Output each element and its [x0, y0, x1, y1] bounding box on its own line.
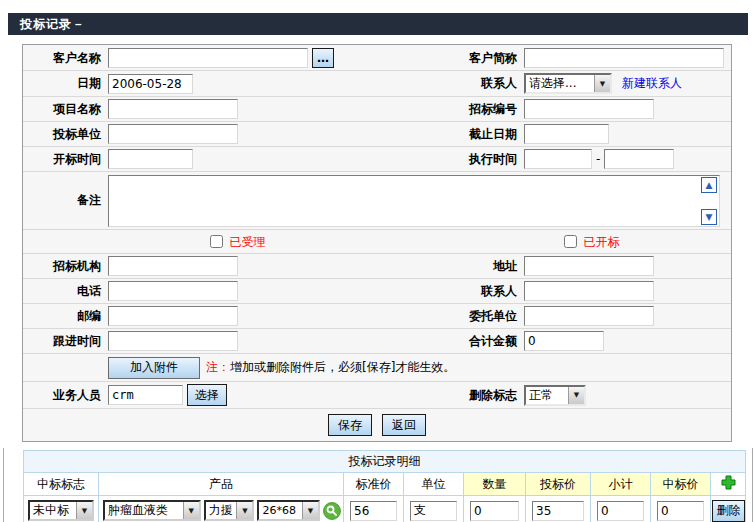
col-quantity: 数量: [464, 473, 526, 496]
delete-flag-select[interactable]: 正常 ▼: [524, 385, 586, 406]
opened-label: 已开标: [583, 235, 619, 249]
col-std-price: 标准价: [344, 473, 404, 496]
row-remark: 备注 ▲ ▼: [23, 172, 731, 230]
detail-section: 投标记录明细 中标标志 产品 标准价 单位 数量 投标价 小计 中标价 未中标: [3, 448, 753, 522]
open-time-input[interactable]: [108, 149, 193, 169]
phone-label: 电话: [23, 283, 108, 300]
address-label: 地址: [448, 258, 524, 275]
chevron-down-icon: ▼: [76, 502, 92, 519]
entrust-input[interactable]: [524, 306, 654, 326]
delete-flag-label: 删除标志: [448, 387, 524, 404]
subtotal-input[interactable]: [597, 501, 644, 521]
total-label: 合计金额: [448, 333, 524, 350]
search-icon: [323, 502, 341, 520]
follow-time-label: 跟进时间: [23, 333, 108, 350]
chevron-down-icon: ▼: [594, 75, 610, 92]
row-phone: 电话 联系人: [23, 279, 731, 304]
bid-number-input[interactable]: [524, 99, 654, 119]
win-flag-select[interactable]: 未中标 ▼: [28, 500, 94, 521]
product-series-select[interactable]: 力援 ▼: [204, 500, 255, 521]
project-name-label: 项目名称: [23, 101, 108, 118]
row-project: 项目名称 招标编号: [23, 97, 731, 122]
staff-input[interactable]: [108, 385, 183, 405]
product-search-button[interactable]: [323, 502, 341, 520]
customer-name-label: 客户名称: [23, 50, 108, 67]
scroll-down-icon[interactable]: ▼: [701, 209, 717, 225]
bid-unit-label: 投标单位: [23, 126, 108, 143]
open-time-label: 开标时间: [23, 151, 108, 168]
delete-row-button[interactable]: 删除: [712, 500, 745, 522]
exec-time-end-input[interactable]: [604, 149, 674, 169]
col-subtotal: 小计: [591, 473, 651, 496]
contact2-input[interactable]: [524, 281, 654, 301]
entrust-label: 委托单位: [448, 308, 524, 325]
attachment-note: 注：增加或删除附件后，必须[保存]才能生效。: [206, 359, 455, 376]
choose-staff-button[interactable]: 选择: [187, 384, 227, 406]
accepted-checkbox[interactable]: [210, 235, 223, 248]
row-bid-unit: 投标单位 截止日期: [23, 122, 731, 147]
staff-label: 业务人员: [23, 387, 108, 404]
phone-input[interactable]: [108, 281, 238, 301]
follow-time-input[interactable]: [108, 331, 238, 351]
project-name-input[interactable]: [108, 99, 238, 119]
date-label: 日期: [23, 75, 108, 92]
contact2-label: 联系人: [448, 283, 524, 300]
postcode-label: 邮编: [23, 308, 108, 325]
bid-price-input[interactable]: [532, 501, 584, 521]
bid-detail-table: 投标记录明细 中标标志 产品 标准价 单位 数量 投标价 小计 中标价 未中标: [23, 450, 746, 522]
product-spec-select[interactable]: 26*68 ▼: [257, 500, 320, 521]
date-input[interactable]: [108, 74, 193, 94]
save-button[interactable]: 保存: [328, 414, 372, 436]
total-input[interactable]: [524, 331, 604, 351]
col-win-flag: 中标标志: [24, 473, 99, 496]
exec-time-label: 执行时间: [448, 151, 524, 168]
address-input[interactable]: [524, 256, 654, 276]
exec-time-start-input[interactable]: [524, 149, 592, 169]
chevron-down-icon: ▼: [183, 502, 199, 519]
note-prefix: 注：: [206, 360, 230, 374]
agency-input[interactable]: [108, 256, 238, 276]
postcode-input[interactable]: [108, 306, 238, 326]
back-button[interactable]: 返回: [382, 414, 426, 436]
row-agency: 招标机构 地址: [23, 254, 731, 279]
add-attachment-button[interactable]: 加入附件: [108, 357, 200, 379]
exec-time-separator: -: [596, 152, 600, 166]
opened-checkbox[interactable]: [564, 235, 577, 248]
deadline-label: 截止日期: [448, 126, 524, 143]
add-row-button[interactable]: [721, 475, 736, 490]
page-title: 投标记录－: [8, 13, 748, 35]
browse-button[interactable]: …: [312, 48, 334, 68]
chevron-down-icon: ▼: [568, 387, 584, 404]
col-product: 产品: [99, 473, 344, 496]
col-unit: 单位: [404, 473, 464, 496]
detail-table-title: 投标记录明细: [24, 451, 746, 473]
unit-input[interactable]: [410, 501, 457, 521]
bid-unit-input[interactable]: [108, 124, 238, 144]
remark-textarea[interactable]: ▲ ▼: [108, 175, 720, 227]
customer-name-input[interactable]: [108, 48, 308, 68]
row-customer: 客户名称 … 客户简称: [23, 46, 731, 71]
customer-short-input[interactable]: [524, 48, 724, 68]
col-bid-price: 投标价: [526, 473, 591, 496]
row-times: 开标时间 执行时间 -: [23, 147, 731, 172]
remark-scrollbar: ▲ ▼: [700, 176, 719, 226]
plus-icon: [721, 475, 736, 490]
quantity-input[interactable]: [470, 501, 519, 521]
row-follow: 跟进时间 合计金额: [23, 329, 731, 354]
deadline-input[interactable]: [524, 124, 609, 144]
contact-select[interactable]: 请选择... ▼: [524, 73, 612, 94]
row-staff: 业务人员 选择 删除标志 正常 ▼: [23, 382, 731, 409]
bid-number-label: 招标编号: [448, 101, 524, 118]
product-category-select[interactable]: 肿瘤血液类 ▼: [103, 500, 201, 521]
col-win-price: 中标价: [651, 473, 711, 496]
scroll-up-icon[interactable]: ▲: [701, 177, 717, 193]
remark-label: 备注: [23, 192, 108, 209]
customer-short-label: 客户简称: [448, 50, 524, 67]
contact-label: 联系人: [448, 75, 524, 92]
win-price-input[interactable]: [657, 501, 704, 521]
std-price-input[interactable]: [350, 501, 397, 521]
row-flags: 已受理 已开标: [23, 230, 731, 254]
chevron-down-icon: ▼: [302, 502, 318, 519]
new-contact-link[interactable]: 新建联系人: [622, 75, 682, 92]
row-date-contact: 日期 联系人 请选择... ▼ 新建联系人: [23, 71, 731, 97]
